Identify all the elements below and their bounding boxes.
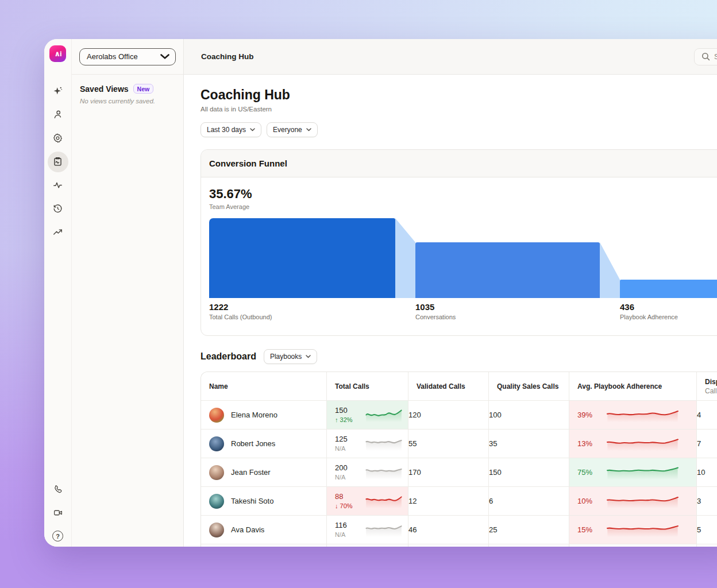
help-button[interactable]: ? [48, 526, 68, 547]
table-row[interactable]: Ava Davis 116N/A 46 25 15% 5 [201, 516, 717, 544]
validated-calls-value: 55 [408, 430, 489, 458]
workspace-name: Aerolabs Office [87, 52, 138, 61]
nav-item-activity[interactable] [48, 175, 68, 196]
playbook-icon [52, 156, 63, 167]
conversion-funnel-card: Conversion Funnel 35.67% Team Average [201, 149, 717, 336]
team-average-label: Team Average [209, 203, 717, 210]
sparkline [605, 523, 680, 537]
total-calls-delta: N/A [335, 531, 347, 539]
playbooks-filter[interactable]: Playbooks [264, 349, 317, 364]
chevron-down-icon [306, 128, 311, 131]
adherence-value: 75% [577, 468, 596, 477]
disposition-value: 7 [697, 544, 717, 547]
funnel-connector [600, 242, 620, 298]
nav-item-settings[interactable] [48, 128, 68, 149]
nav-item-history[interactable] [48, 199, 68, 219]
adherence-value: 39% [577, 411, 596, 419]
avatar [209, 436, 224, 451]
total-calls-delta: N/A [335, 445, 348, 452]
rep-name: Takeshi Soto [231, 497, 273, 505]
app-window: ∧i [44, 39, 717, 547]
new-badge: New [133, 84, 154, 94]
date-range-filter[interactable]: Last 30 days [201, 122, 261, 137]
playbooks-value: Playbooks [270, 353, 302, 361]
funnel-label: 1222 Total Calls (Outbound) [209, 302, 272, 320]
sparkline [605, 465, 680, 480]
page-content: Coaching Hub All data is in US/Eastern L… [184, 75, 717, 547]
funnel-stage-conversations[interactable] [415, 242, 600, 298]
phone-icon [53, 484, 63, 494]
phone-button[interactable] [48, 479, 68, 500]
total-calls-value: 88 [335, 493, 353, 501]
adherence-value: 13% [577, 439, 596, 448]
breadcrumb: Coaching Hub [201, 52, 254, 61]
total-calls-value: 125 [335, 435, 348, 444]
page-subtitle: All data is in US/Eastern [201, 106, 717, 113]
audience-value: Everyone [273, 126, 302, 134]
sparkline [365, 493, 403, 509]
card-title: Conversion Funnel [201, 150, 717, 177]
desktop-background: ∧i [0, 0, 717, 588]
sparkle-icon [52, 86, 63, 96]
workspace-selector[interactable]: Aerolabs Office [79, 48, 176, 65]
search-input[interactable]: Search [694, 48, 717, 65]
table-row[interactable]: Jean Foster 200N/A 170 150 75% 10 [201, 458, 717, 487]
sparkline [365, 407, 403, 423]
help-icon: ? [52, 531, 63, 541]
total-calls-value: 150 [335, 407, 353, 415]
column-header-disposition[interactable]: Disp Call C [697, 372, 717, 401]
funnel-stage-playbook-adherence[interactable] [620, 280, 717, 298]
total-calls-delta: ↑ 32% [335, 416, 353, 424]
validated-calls-value: 170 [408, 458, 489, 487]
team-average-value: 35.67% [209, 187, 717, 202]
date-range-value: Last 30 days [207, 126, 246, 134]
nav-item-contacts[interactable] [48, 105, 68, 125]
logo-glyph: ∧i [54, 49, 61, 58]
rep-name: Ava Davis [231, 525, 264, 534]
validated-calls-value: 120 [408, 401, 489, 430]
sparkline [365, 522, 403, 537]
funnel-label: 1035 Conversations [415, 302, 456, 320]
disposition-value: 4 [697, 401, 717, 430]
disposition-value: 3 [697, 487, 717, 516]
nav-item-analytics[interactable] [48, 222, 68, 243]
page-title: Coaching Hub [201, 87, 717, 103]
total-calls-value: 200 [335, 464, 348, 473]
person-icon [52, 109, 63, 120]
validated-calls-value: 12 [408, 487, 489, 516]
disposition-value: 10 [697, 458, 717, 487]
saved-views-panel: Aerolabs Office Saved Views New No views… [72, 39, 184, 547]
saved-views-section: Saved Views New No views currently saved… [72, 75, 183, 114]
nav-item-coaching-hub[interactable] [48, 152, 68, 172]
chevron-down-icon [160, 54, 169, 59]
leaderboard-header: Leaderboard Playbooks [201, 349, 717, 364]
adherence-value: 15% [577, 525, 596, 534]
table-row[interactable]: Robert Jones 125N/A 55 35 13% 7 [201, 430, 717, 458]
app-logo[interactable]: ∧i [49, 45, 66, 62]
column-header-avg-playbook-adherence[interactable]: Avg. Playbook Adherence [569, 372, 697, 401]
main-area: Coaching Hub Search Coaching Hub All dat… [184, 39, 717, 547]
audience-filter[interactable]: Everyone [267, 122, 318, 137]
table-row[interactable]: Matthew Rodriguez 180N/A 120 98 50% 7 [201, 544, 717, 547]
table-row[interactable]: Takeshi Soto 88↓ 70% 12 6 10% 3 [201, 487, 717, 516]
gear-icon [52, 133, 63, 144]
video-call-button[interactable] [48, 502, 68, 523]
rep-name: Robert Jones [231, 439, 275, 448]
activity-icon [52, 180, 63, 191]
column-header-name[interactable]: Name [201, 372, 327, 401]
column-header-total-calls[interactable]: Total Calls [327, 372, 408, 401]
avatar [209, 494, 224, 509]
funnel-stage-total-calls[interactable] [209, 218, 395, 298]
video-camera-icon [53, 508, 63, 518]
quality-sales-calls-value: 100 [489, 401, 569, 430]
total-calls-delta: ↓ 70% [335, 502, 353, 510]
column-header-quality-sales-calls[interactable]: Quality Sales Calls [489, 372, 569, 401]
column-header-validated-calls[interactable]: Validated Calls [408, 372, 489, 401]
nav-item-ai-assistant[interactable] [48, 81, 68, 102]
avatar [209, 465, 224, 480]
table-header-row: Name Total Calls Validated Calls Quality… [201, 372, 717, 401]
table-row[interactable]: Elena Moreno 150↑ 32% 120 100 39% 4 [201, 401, 717, 430]
filter-bar: Last 30 days Everyone [201, 122, 717, 137]
quality-sales-calls-value: 25 [489, 516, 569, 544]
total-calls-delta: N/A [335, 474, 348, 481]
